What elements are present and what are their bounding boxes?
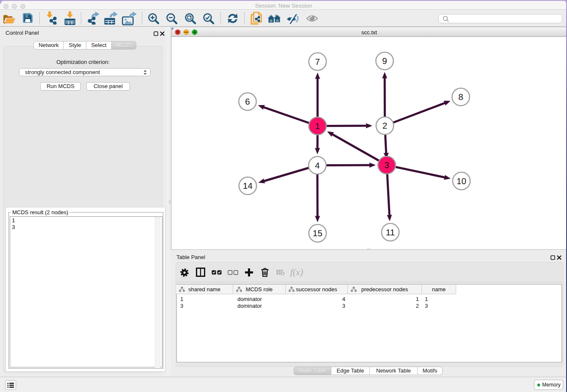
svg-text:3: 3 [384, 160, 389, 170]
svg-text:15: 15 [313, 229, 322, 238]
svg-text:8: 8 [458, 92, 463, 102]
svg-text:4: 4 [315, 161, 319, 171]
svg-text:10: 10 [457, 177, 466, 186]
svg-text:14: 14 [243, 181, 253, 191]
svg-text:f(x): f(x) [290, 267, 303, 277]
svg-text:1: 1 [315, 121, 320, 131]
svg-text:7: 7 [315, 57, 320, 67]
svg-text:11: 11 [386, 228, 395, 237]
svg-text:6: 6 [245, 97, 250, 107]
svg-text:9: 9 [382, 56, 387, 66]
svg-text:2: 2 [383, 121, 387, 131]
